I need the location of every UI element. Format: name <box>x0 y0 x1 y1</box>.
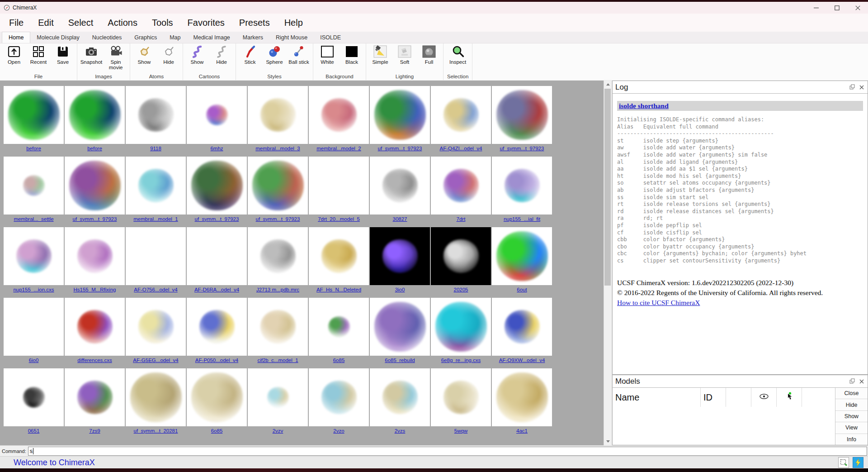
command-input[interactable]: s <box>28 447 867 456</box>
menu-presets[interactable]: Presets <box>232 18 277 28</box>
thumbnail-image[interactable] <box>187 368 247 426</box>
thumbnail-link[interactable]: J2713 m...pdb.mrc <box>256 287 299 292</box>
models-hide-button[interactable]: Hide <box>835 399 868 410</box>
thumbnail-link[interactable]: AF-D6RA...odel_v4 <box>194 287 239 292</box>
open-button[interactable]: Open <box>4 44 24 65</box>
hide-button[interactable]: Hide <box>158 44 179 65</box>
ball-stick-button[interactable]: Ball stick <box>288 44 309 65</box>
thumbnail-link[interactable]: 6e8g_re...ing.cxs <box>441 358 481 363</box>
thumbnail-link[interactable]: 0651 <box>28 428 40 434</box>
thumbnail-link[interactable]: uf_symm...t_97923 <box>73 216 117 222</box>
models-close-button[interactable]: Close <box>835 388 868 399</box>
thumbnail-link[interactable]: membral...model_1 <box>133 216 178 222</box>
thumbnail-image[interactable] <box>126 298 186 356</box>
save-button[interactable]: Save <box>52 44 73 65</box>
thumbnail-link[interactable]: 6o85_rebuild <box>385 358 415 363</box>
thumbnail-image[interactable] <box>248 298 308 356</box>
thumbnail-image[interactable] <box>187 298 247 356</box>
spin-movie-button[interactable]: Spin movie <box>105 44 126 70</box>
thumbnail-image[interactable] <box>126 86 186 144</box>
thumbnail-image[interactable] <box>4 157 64 215</box>
thumbnail-image[interactable] <box>4 227 64 285</box>
thumbnail-image[interactable] <box>187 157 247 215</box>
tab-molecule-display[interactable]: Molecule Display <box>30 32 85 43</box>
thumbnail-link[interactable]: 7drt_20...model_5 <box>318 216 360 222</box>
thumbnail-image[interactable] <box>126 368 186 426</box>
thumbnail-image[interactable] <box>248 157 308 215</box>
tab-graphics[interactable]: Graphics <box>128 32 163 43</box>
thumbnail-image[interactable] <box>431 298 491 356</box>
minimize-button[interactable] <box>806 2 826 14</box>
thumbnail-image[interactable] <box>65 157 125 215</box>
thumbnail-image[interactable] <box>65 227 125 285</box>
thumbnail-link[interactable]: nup155_...ial_fit <box>504 216 540 222</box>
thumbnail-link[interactable]: before <box>87 146 102 151</box>
thumbnail-link[interactable]: uf_symm...t_97923 <box>256 216 300 222</box>
thumbnail-link[interactable]: AF_Hs_N...Deleted <box>316 287 361 292</box>
menu-file[interactable]: File <box>2 18 31 28</box>
thumbnail-link[interactable]: 4ac1 <box>516 428 528 434</box>
thumbnail-image[interactable] <box>65 368 125 426</box>
cite-link[interactable]: How to cite UCSF ChimeraX <box>617 299 700 306</box>
thumbnail-link[interactable]: membral...model_2 <box>316 146 361 151</box>
thumbnail-link[interactable]: cif2b_c...model_1 <box>257 358 298 363</box>
tab-right-mouse[interactable]: Right Mouse <box>269 32 314 43</box>
thumbnail-image[interactable] <box>492 227 552 285</box>
tab-isolde[interactable]: ISOLDE <box>314 32 347 43</box>
thumbnail-image[interactable] <box>431 227 491 285</box>
inspect-button[interactable]: Inspect <box>448 44 468 65</box>
thumbnail-link[interactable]: 6out <box>517 287 527 292</box>
menu-help[interactable]: Help <box>277 18 310 28</box>
show-button[interactable]: Show <box>134 44 155 65</box>
thumbnail-link[interactable]: AF-G5EG...odel_v4 <box>133 358 178 363</box>
float-panel-icon[interactable] <box>849 83 855 91</box>
menu-select[interactable]: Select <box>61 18 101 28</box>
selection-mode-button[interactable] <box>838 457 849 468</box>
thumbnail-image[interactable] <box>431 86 491 144</box>
thumbnail-image[interactable] <box>4 86 64 144</box>
scroll-down-arrow[interactable] <box>604 438 611 445</box>
thumbnail-image[interactable] <box>370 227 430 285</box>
scroll-up-arrow[interactable] <box>604 81 611 88</box>
titlebar[interactable]: ChimeraX <box>0 2 868 14</box>
thumbnail-link[interactable]: membral..._settle <box>14 216 53 222</box>
thumbnail-image[interactable] <box>370 157 430 215</box>
thumbnail-image[interactable] <box>187 86 247 144</box>
thumbnail-image[interactable] <box>309 368 369 426</box>
thumbnail-link[interactable]: before <box>26 146 41 151</box>
simple-button[interactable]: Simple <box>370 44 391 65</box>
thumbnail-image[interactable] <box>492 298 552 356</box>
close-button[interactable] <box>847 2 868 14</box>
thumbnail-image[interactable] <box>431 157 491 215</box>
thumbnail-link[interactable]: 5wqw <box>454 428 467 434</box>
models-panel-titlebar[interactable]: Models <box>613 375 868 388</box>
maximize-button[interactable] <box>826 2 847 14</box>
soft-button[interactable]: Soft <box>394 44 415 65</box>
scrollbar-thumb[interactable] <box>604 89 611 286</box>
tab-nucleotides[interactable]: Nucleotides <box>86 32 128 43</box>
thumbnail-link[interactable]: 7drt <box>457 216 466 222</box>
thumbnail-image[interactable] <box>65 86 125 144</box>
thumbnail-image[interactable] <box>126 227 186 285</box>
thumbnail-image[interactable] <box>248 86 308 144</box>
isolde-shorthand-link[interactable]: isolde shorthand <box>619 102 669 110</box>
thumbnail-link[interactable]: 2vzo <box>333 428 344 434</box>
thumbnail-image[interactable] <box>492 368 552 426</box>
menu-edit[interactable]: Edit <box>31 18 61 28</box>
thumbnail-link[interactable]: uf_symm...t_20281 <box>134 428 178 434</box>
white-button[interactable]: White <box>317 44 338 65</box>
thumbnail-image[interactable] <box>370 298 430 356</box>
thumbnail-image[interactable] <box>4 298 64 356</box>
models-info-button[interactable]: Info <box>835 434 868 445</box>
thumbnail-image[interactable] <box>309 227 369 285</box>
hide-button[interactable]: Hide <box>211 44 232 65</box>
thumbnail-link[interactable]: 3io0 <box>395 287 405 292</box>
thumbnail-link[interactable]: 9118 <box>150 146 161 151</box>
log-panel-titlebar[interactable]: Log <box>613 81 868 94</box>
thumbnail-image[interactable] <box>370 86 430 144</box>
thumbnail-image[interactable] <box>187 227 247 285</box>
show-button[interactable]: Show <box>187 44 208 65</box>
thumbnail-link[interactable]: uf_symm...t_97923 <box>500 146 544 151</box>
tab-home[interactable]: Home <box>2 32 30 43</box>
thumbnail-image[interactable] <box>309 298 369 356</box>
